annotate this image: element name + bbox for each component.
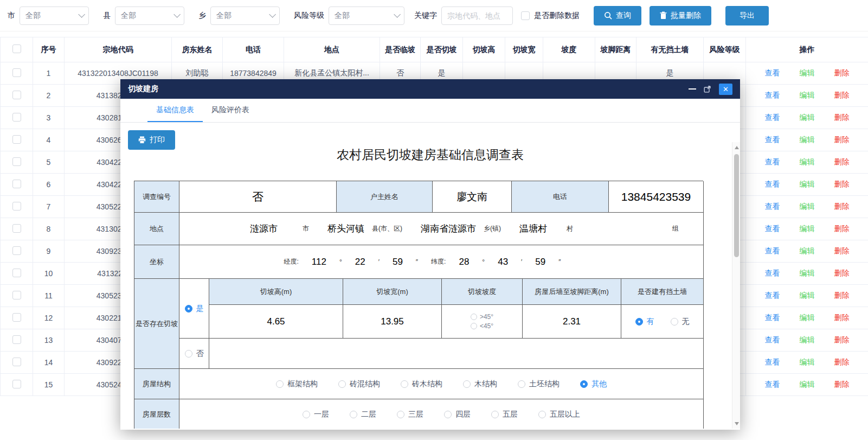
floors-radio-5[interactable]	[538, 411, 546, 418]
delete-link[interactable]: 删除	[834, 135, 850, 145]
structure-option-1[interactable]: 砖混结构	[338, 379, 380, 389]
delete-data-checkbox[interactable]	[521, 11, 530, 20]
floors-option-0[interactable]: 一层	[303, 410, 329, 419]
exist-no-radio[interactable]	[185, 350, 192, 358]
structure-radio-4[interactable]	[518, 380, 525, 388]
floors-option-3[interactable]: 四层	[444, 410, 471, 419]
row-checkbox[interactable]	[12, 68, 21, 77]
row-checkbox[interactable]	[12, 335, 21, 344]
batch-delete-button[interactable]: 批量删除	[650, 6, 711, 25]
exist-slope-no[interactable]: 否	[179, 339, 209, 369]
keyword-input[interactable]	[441, 7, 513, 25]
view-link[interactable]: 查看	[765, 91, 780, 100]
view-link[interactable]: 查看	[765, 358, 780, 367]
maximize-icon[interactable]	[704, 85, 711, 93]
structure-radio-2[interactable]	[401, 380, 408, 388]
structure-option-0[interactable]: 框架结构	[276, 379, 318, 389]
delete-link[interactable]: 删除	[834, 291, 850, 301]
structure-option-5[interactable]: 其他	[580, 379, 607, 389]
edit-link[interactable]: 编辑	[800, 335, 815, 345]
edit-link[interactable]: 编辑	[800, 157, 815, 167]
floors-option-5[interactable]: 五层以上	[538, 410, 580, 419]
view-link[interactable]: 查看	[765, 291, 780, 301]
edit-link[interactable]: 编辑	[800, 313, 815, 323]
select-all-checkbox[interactable]	[12, 44, 21, 53]
town-select[interactable]: 全部	[210, 7, 280, 25]
structure-option-2[interactable]: 砖木结构	[401, 379, 442, 389]
close-icon[interactable]: ✕	[719, 84, 732, 95]
row-checkbox[interactable]	[12, 246, 21, 255]
row-checkbox[interactable]	[12, 180, 21, 188]
delete-link[interactable]: 删除	[834, 157, 850, 167]
wall-no-radio[interactable]	[671, 318, 678, 326]
edit-link[interactable]: 编辑	[800, 135, 815, 145]
structure-radio-0[interactable]	[276, 380, 284, 388]
row-checkbox[interactable]	[12, 380, 21, 388]
edit-link[interactable]: 编辑	[800, 246, 815, 256]
structure-option-4[interactable]: 土坯结构	[518, 379, 560, 389]
structure-radio-3[interactable]	[463, 380, 471, 388]
exist-slope-yes[interactable]: 是	[179, 279, 209, 339]
delete-link[interactable]: 删除	[834, 269, 850, 278]
view-link[interactable]: 查看	[765, 246, 780, 256]
query-button[interactable]: 查询	[594, 6, 641, 25]
minimize-icon[interactable]	[689, 88, 696, 90]
edit-link[interactable]: 编辑	[800, 180, 815, 189]
floors-option-1[interactable]: 二层	[350, 410, 376, 419]
exist-yes-radio[interactable]	[185, 305, 192, 313]
row-checkbox[interactable]	[12, 224, 21, 233]
row-checkbox[interactable]	[12, 113, 21, 122]
row-checkbox[interactable]	[12, 269, 21, 277]
delete-link[interactable]: 删除	[834, 246, 850, 256]
view-link[interactable]: 查看	[765, 380, 780, 390]
edit-link[interactable]: 编辑	[800, 91, 815, 100]
delete-link[interactable]: 删除	[834, 180, 850, 189]
view-link[interactable]: 查看	[765, 224, 780, 234]
export-button[interactable]: 导出	[725, 6, 769, 25]
row-checkbox[interactable]	[12, 91, 21, 99]
view-link[interactable]: 查看	[765, 113, 780, 123]
floors-radio-0[interactable]	[303, 411, 310, 418]
row-checkbox[interactable]	[12, 202, 21, 211]
delete-link[interactable]: 删除	[834, 91, 850, 100]
structure-option-3[interactable]: 木结构	[463, 379, 497, 389]
edit-link[interactable]: 编辑	[800, 224, 815, 234]
risk-level-select[interactable]: 全部	[329, 7, 404, 25]
view-link[interactable]: 查看	[765, 157, 780, 167]
angle-gt45-radio[interactable]	[471, 314, 477, 320]
angle-lt45-radio[interactable]	[471, 323, 477, 329]
floors-radio-4[interactable]	[491, 411, 499, 418]
view-link[interactable]: 查看	[765, 135, 780, 145]
view-link[interactable]: 查看	[765, 68, 780, 78]
row-checkbox[interactable]	[12, 358, 21, 366]
tab-basic-info[interactable]: 基础信息表	[147, 99, 203, 122]
floors-option-2[interactable]: 三层	[397, 410, 423, 419]
floors-option-4[interactable]: 五层	[491, 410, 518, 419]
view-link[interactable]: 查看	[765, 202, 780, 212]
edit-link[interactable]: 编辑	[800, 113, 815, 123]
edit-link[interactable]: 编辑	[800, 202, 815, 212]
view-link[interactable]: 查看	[765, 180, 780, 189]
delete-link[interactable]: 删除	[834, 202, 850, 212]
delete-link[interactable]: 删除	[834, 224, 850, 234]
scrollbar-up-icon[interactable]	[732, 143, 740, 151]
delete-link[interactable]: 删除	[834, 380, 850, 390]
edit-link[interactable]: 编辑	[800, 291, 815, 301]
edit-link[interactable]: 编辑	[800, 380, 815, 390]
scrollbar-thumb[interactable]	[734, 154, 739, 257]
view-link[interactable]: 查看	[765, 269, 780, 278]
delete-link[interactable]: 删除	[834, 313, 850, 323]
view-link[interactable]: 查看	[765, 335, 780, 345]
row-checkbox[interactable]	[12, 157, 21, 166]
floors-radio-1[interactable]	[350, 411, 357, 418]
structure-radio-5[interactable]	[580, 380, 588, 388]
structure-radio-1[interactable]	[338, 380, 346, 388]
city-select[interactable]: 全部	[20, 7, 89, 25]
delete-link[interactable]: 删除	[834, 68, 850, 78]
view-link[interactable]: 查看	[765, 313, 780, 323]
edit-link[interactable]: 编辑	[800, 269, 815, 278]
row-checkbox[interactable]	[12, 313, 21, 322]
row-checkbox[interactable]	[12, 135, 21, 144]
tab-risk-evaluation[interactable]: 风险评价表	[203, 99, 258, 122]
floors-radio-3[interactable]	[444, 411, 452, 418]
